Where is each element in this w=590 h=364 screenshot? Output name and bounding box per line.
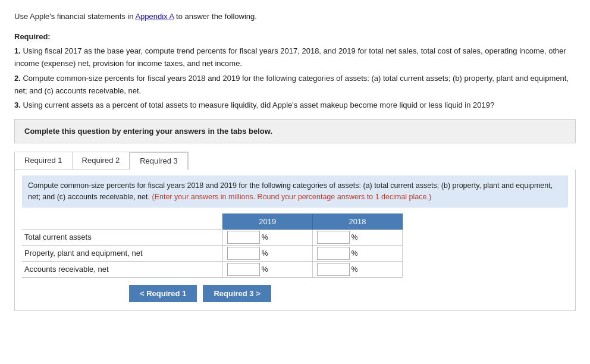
row1-2018-input[interactable]	[317, 231, 350, 244]
row3-2019-input[interactable]	[227, 263, 260, 276]
col-2019-header: 2019	[222, 214, 312, 229]
row1-label: Total current assets	[22, 229, 222, 245]
req3-num: 3.	[14, 101, 21, 109]
row3-2018-input[interactable]	[317, 263, 350, 276]
instruction-box: Complete this question by entering your …	[14, 119, 576, 143]
col-2018-header: 2018	[312, 214, 402, 229]
row1-2019-input-wrapper: %	[225, 231, 310, 244]
row2-2019-input[interactable]	[227, 247, 260, 260]
table-row: Total current assets % %	[22, 229, 403, 245]
required-section: Required: 1. Using fiscal 2017 as the ba…	[14, 31, 576, 112]
row3-2018-pct-after: %	[352, 265, 358, 274]
intro-paragraph: Use Apple's financial statements in Appe…	[14, 11, 576, 23]
row3-2019-pct-after: %	[262, 265, 268, 274]
req2-text: Compute common-size percents for fiscal …	[14, 74, 569, 95]
row2-label: Property, plant and equipment, net	[22, 245, 222, 261]
instruction-text: Complete this question by entering your …	[24, 127, 272, 136]
tab-orange-note: (Enter your answers in millions. Round y…	[152, 193, 431, 201]
row3-2019-input-wrapper: %	[225, 263, 310, 276]
row2-2018-input-wrapper: %	[315, 247, 400, 260]
row2-2018-cell: %	[312, 245, 402, 261]
req2-num: 2.	[14, 74, 21, 83]
req1-text: Using fiscal 2017 as the base year, comp…	[14, 46, 566, 68]
row1-2018-cell: %	[312, 229, 402, 245]
next-button[interactable]: Required 3 >	[203, 285, 271, 302]
tab-required3[interactable]: Required 3	[130, 152, 188, 170]
appendix-link[interactable]: Appendix A	[135, 12, 174, 21]
row2-2019-input-wrapper: %	[225, 247, 310, 260]
row1-2018-input-wrapper: %	[315, 231, 400, 244]
req3-text: Using current assets as a percent of tot…	[23, 101, 494, 109]
data-table: 2019 2018 Total current assets %	[22, 214, 403, 278]
row2-2018-input[interactable]	[317, 247, 350, 260]
row1-2019-input[interactable]	[227, 231, 260, 244]
req1-num: 1.	[14, 46, 21, 55]
row1-2018-pct-after: %	[352, 233, 358, 241]
tabs-container: Required 1 Required 2 Required 3	[14, 152, 189, 170]
required-item-3: 3. Using current assets as a percent of …	[14, 99, 576, 112]
row2-2018-pct-after: %	[352, 249, 358, 258]
row1-2019-pct-after: %	[262, 233, 268, 241]
col-blank-header	[22, 214, 222, 229]
tabs-wrapper: Required 1 Required 2 Required 3	[14, 152, 576, 170]
row3-2018-cell: %	[312, 261, 402, 277]
tab-required1[interactable]: Required 1	[15, 152, 73, 170]
tab-description: Compute common-size percents for fiscal …	[22, 175, 568, 208]
intro-text-after: to answer the following.	[174, 12, 256, 21]
table-row: Accounts receivable, net % %	[22, 261, 403, 277]
nav-buttons: < Required 1 Required 3 >	[22, 285, 568, 302]
row3-label: Accounts receivable, net	[22, 261, 222, 277]
row2-2019-cell: %	[222, 245, 312, 261]
row1-2019-cell: %	[222, 229, 312, 245]
tab-content-area: Compute common-size percents for fiscal …	[14, 170, 576, 311]
table-row: Property, plant and equipment, net % %	[22, 245, 403, 261]
prev-button[interactable]: < Required 1	[129, 285, 197, 302]
required-item-1: 1. Using fiscal 2017 as the base year, c…	[14, 45, 576, 70]
row2-2019-pct-after: %	[262, 249, 268, 258]
intro-text-before: Use Apple's financial statements in	[14, 12, 135, 21]
row3-2019-cell: %	[222, 261, 312, 277]
required-item-2: 2. Compute common-size percents for fisc…	[14, 73, 576, 98]
tab-required2[interactable]: Required 2	[73, 152, 130, 170]
row3-2018-input-wrapper: %	[315, 263, 400, 276]
required-title: Required:	[14, 32, 51, 41]
